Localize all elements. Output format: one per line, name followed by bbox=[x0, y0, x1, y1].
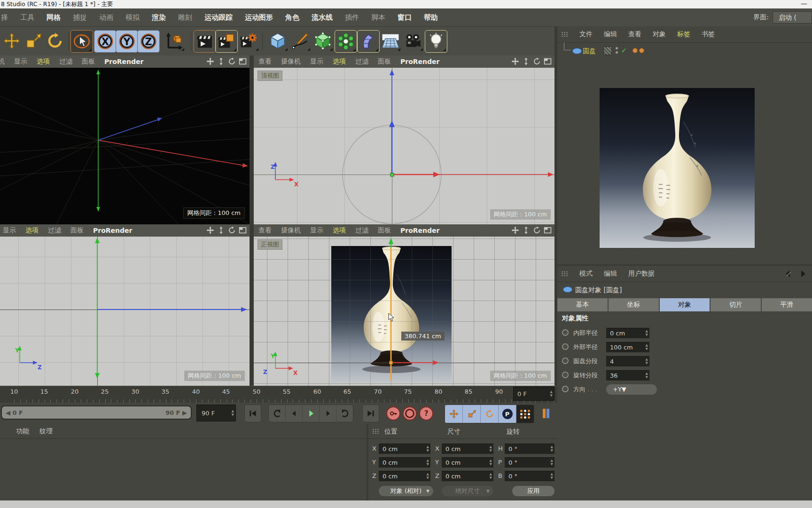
menu-item-user-data[interactable]: 用户数据 bbox=[628, 270, 655, 278]
move-tool-button[interactable] bbox=[1, 30, 23, 52]
play-button[interactable] bbox=[303, 405, 320, 422]
texture-tag-icon[interactable] bbox=[639, 48, 644, 53]
menu-item-help[interactable]: 帮助 bbox=[418, 13, 444, 22]
phong-tag-icon[interactable] bbox=[632, 48, 638, 53]
panel-grip-icon[interactable] bbox=[372, 429, 379, 434]
menu-item-snap[interactable]: 捕捉 bbox=[67, 13, 93, 22]
orbit-view-icon[interactable] bbox=[228, 57, 236, 65]
tab-object[interactable]: 对象 bbox=[660, 298, 710, 311]
render-view-button[interactable] bbox=[194, 30, 216, 53]
goto-end-button[interactable] bbox=[362, 405, 379, 422]
history-forward-icon[interactable] bbox=[799, 270, 807, 278]
viewport-menu-options[interactable]: 选项 bbox=[25, 226, 39, 235]
inner-radius-field[interactable]: 0 cm▲▼ bbox=[606, 328, 649, 338]
key-parameter-toggle[interactable]: P bbox=[499, 405, 516, 423]
size-x-field[interactable]: 0 cm▲▼ bbox=[442, 444, 493, 454]
key-scale-toggle[interactable] bbox=[463, 405, 481, 423]
tab-slice[interactable]: 切片 bbox=[710, 298, 761, 311]
menu-item-pipeline[interactable]: 流水线 bbox=[305, 13, 339, 22]
key-pla-toggle[interactable] bbox=[516, 405, 534, 423]
menu-item-tools[interactable]: 工具 bbox=[14, 13, 40, 22]
pen-spline-button[interactable] bbox=[289, 30, 311, 52]
y-axis-arrow[interactable] bbox=[389, 238, 393, 381]
timeline-range-slider[interactable]: ◀ 0 F 90 F ▶ bbox=[1, 405, 192, 420]
menu-item-animate[interactable]: 动画 bbox=[93, 13, 119, 22]
viewport-menu-view[interactable]: 查看 bbox=[258, 226, 272, 235]
outer-radius-field[interactable]: 100 cm▲▼ bbox=[606, 342, 649, 352]
menu-item-character[interactable]: 角色 bbox=[279, 13, 305, 22]
viewport-menu-camera[interactable]: 机 bbox=[0, 57, 5, 66]
viewport-menu-camera[interactable]: 摄像机 bbox=[281, 57, 301, 66]
viewport-menu-filter[interactable]: 过滤 bbox=[355, 57, 368, 66]
keyframe-radio[interactable] bbox=[562, 343, 569, 350]
frame-stepper[interactable]: ▲▼ bbox=[550, 387, 553, 400]
goto-start-button[interactable] bbox=[244, 405, 261, 422]
viewport-front[interactable]: Y Z X 380.741 cm 正视图 网格间距 : 100 cm bbox=[254, 237, 554, 386]
rot-h-field[interactable]: 0 °▲▼ bbox=[505, 444, 554, 454]
tab-basic[interactable]: 基本 bbox=[557, 298, 608, 311]
camera-object-button[interactable] bbox=[402, 30, 424, 52]
menu-item-mesh[interactable]: 网格 bbox=[40, 13, 67, 22]
range-right-arrow[interactable]: ▶ bbox=[182, 409, 187, 416]
scale-tool-button[interactable] bbox=[23, 30, 44, 52]
pan-view-icon[interactable] bbox=[206, 226, 214, 234]
viewport-right[interactable]: Y Z 网格间距 : 100 cm bbox=[0, 237, 250, 386]
enabled-checkmark-icon[interactable]: ✓ bbox=[621, 47, 627, 54]
rot-p-field[interactable]: 0 °▲▼ bbox=[505, 457, 554, 468]
viewport-menu-options[interactable]: 选项 bbox=[333, 226, 346, 235]
viewport-menu-options[interactable]: 选项 bbox=[333, 57, 346, 66]
viewport-menu-panel[interactable]: 面板 bbox=[82, 57, 95, 66]
object-tree-row[interactable]: 圆盘 ✓ bbox=[557, 45, 812, 57]
keyframe-radio[interactable] bbox=[562, 372, 569, 378]
coordinate-system-button[interactable] bbox=[164, 30, 185, 52]
zoom-view-icon[interactable] bbox=[217, 57, 225, 65]
current-frame-field[interactable]: 0 F ▲▼ bbox=[513, 387, 554, 401]
render-settings-button[interactable] bbox=[238, 30, 259, 52]
interface-dropdown[interactable]: 启动 ( bbox=[773, 11, 812, 24]
menu-item-bookmarks[interactable]: 书签 bbox=[702, 30, 715, 39]
viewport-divider-vertical[interactable] bbox=[250, 56, 254, 386]
keyframe-radio[interactable] bbox=[562, 357, 569, 364]
size-y-field[interactable]: 0 cm▲▼ bbox=[442, 457, 493, 468]
viewport-menu-prorender[interactable]: ProRender bbox=[400, 58, 439, 65]
panel-grip-icon[interactable] bbox=[561, 32, 568, 37]
viewport-menu-panel[interactable]: 面板 bbox=[70, 226, 84, 235]
viewport-menu-display[interactable]: 显示 bbox=[3, 226, 16, 235]
pan-view-icon[interactable] bbox=[511, 226, 519, 234]
viewport-menu-camera[interactable]: 摄像机 bbox=[281, 226, 301, 235]
lock-x-axis-button[interactable]: X bbox=[94, 30, 117, 53]
pos-z-field[interactable]: 0 cm▲▼ bbox=[379, 471, 430, 481]
viewport-perspective[interactable]: 网格间距 : 100 cm bbox=[0, 68, 250, 224]
keyframe-radio[interactable] bbox=[562, 386, 569, 392]
menu-item-select[interactable]: 择 bbox=[0, 13, 14, 22]
size-mode-dropdown[interactable]: 绝对尺寸▼ bbox=[442, 486, 493, 496]
next-frame-button[interactable] bbox=[320, 405, 336, 422]
array-object-button[interactable] bbox=[335, 30, 357, 53]
subdivision-surface-button[interactable] bbox=[312, 30, 334, 52]
pan-view-icon[interactable] bbox=[206, 57, 214, 65]
size-z-field[interactable]: 0 cm▲▼ bbox=[442, 471, 493, 481]
rotation-segments-field[interactable]: 36▲▼ bbox=[606, 370, 649, 381]
visibility-dot-editor[interactable] bbox=[616, 47, 618, 49]
object-origin-handle[interactable] bbox=[390, 361, 393, 365]
timeline-ruler[interactable]: 10 15 20 25 30 35 40 45 50 55 60 65 70 7… bbox=[0, 386, 557, 403]
menu-item-script[interactable]: 脚本 bbox=[365, 13, 391, 22]
zoom-view-icon[interactable] bbox=[217, 226, 225, 234]
coordinate-mode-dropdown[interactable]: 对象 (相对)▼ bbox=[379, 486, 433, 496]
menu-item-simulate[interactable]: 模拟 bbox=[119, 13, 146, 22]
bend-deformer-button[interactable] bbox=[357, 30, 380, 53]
minimize-button[interactable]: — bbox=[801, 0, 807, 8]
previous-frame-button[interactable] bbox=[286, 405, 303, 422]
menu-item-window[interactable]: 窗口 bbox=[391, 13, 418, 22]
pan-view-icon[interactable] bbox=[511, 57, 519, 65]
light-object-button[interactable] bbox=[425, 30, 447, 53]
orbit-view-icon[interactable] bbox=[533, 226, 541, 234]
menu-item-edit[interactable]: 编辑 bbox=[604, 30, 617, 39]
menu-item-edit[interactable]: 编辑 bbox=[604, 270, 617, 278]
orientation-dropdown[interactable]: +Y▼ bbox=[606, 384, 657, 395]
lock-z-axis-button[interactable]: Z bbox=[137, 30, 160, 53]
history-back-icon[interactable] bbox=[784, 270, 792, 278]
viewport-menu-display[interactable]: 显示 bbox=[310, 57, 323, 66]
render-picture-viewer-button[interactable] bbox=[215, 30, 238, 53]
solo-toggle-button[interactable] bbox=[539, 405, 554, 422]
